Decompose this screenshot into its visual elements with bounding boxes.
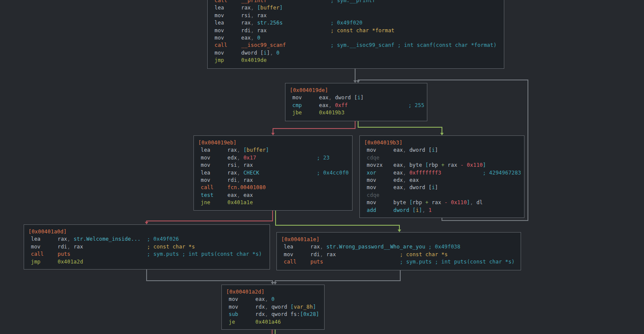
asm-instruction-line: call__printf; sym.__printf <box>208 0 504 4</box>
asm-instruction-line: movrdi, rax <box>194 177 352 184</box>
asm-comment: ; const char *s <box>147 243 195 251</box>
asm-instruction-line: callfcn.00401080 <box>194 184 352 191</box>
asm-instruction-line: movrdi, rax; const char *s <box>24 243 270 251</box>
asm-instruction-line: movrsi, rax <box>208 12 504 19</box>
asm-instruction-line: jne0x401a1e <box>194 199 352 206</box>
asm-instruction-line: call__isoc99_scanf; sym.__isoc99_scanf ;… <box>208 42 504 49</box>
asm-instruction-line: movzxeax, byte [rbp + rax - 0x110] <box>360 162 524 169</box>
edge-0x4019de-false-to-0x4019eb <box>273 121 355 133</box>
asm-comment: ; 0x49f020 <box>331 19 362 27</box>
edge-0x4019de-true-to-0x4019b3 <box>358 121 442 133</box>
basic-block-0x004019eb[interactable]: [0x004019eb]learax, [buffer]movedx, 0x17… <box>193 135 353 211</box>
asm-comment: ; sym.puts ; int puts(const char *s) <box>400 258 515 266</box>
asm-comment: ; sym.__isoc99_scanf ; int scanf(const c… <box>331 42 497 49</box>
block-address-header: [0x004019b3] <box>360 139 524 147</box>
asm-comment: ; sym.puts ; int puts(const char *s) <box>147 251 262 258</box>
asm-comment: ; const char *s <box>400 251 448 258</box>
edge-0x401a1e-to-0x401a2d <box>275 270 400 282</box>
asm-comment: ; 4294967283 <box>483 169 521 177</box>
asm-instruction-line: moveax, dword [i] <box>285 94 427 101</box>
basic-block-0x00401a1e[interactable]: [0x00401a1e]learax, str.Wrong_password__… <box>276 232 521 270</box>
asm-instruction-line: moveax, 0 <box>208 34 504 42</box>
block-address-header: [0x00401a2d] <box>222 288 324 296</box>
asm-instruction-line: callputs; sym.puts ; int puts(const char… <box>277 258 521 266</box>
basic-block-0x004019de[interactable]: [0x004019de]moveax, dword [i]cmpeax, 0xf… <box>285 83 427 121</box>
asm-instruction-line: jmp0x401a2d <box>24 258 270 266</box>
asm-instruction-line: learax, str.Welcome_inside...; 0x49f026 <box>24 236 270 243</box>
asm-instruction-line: learax, str.256s; 0x49f020 <box>208 19 504 27</box>
basic-block-entry[interactable]: call__printf; sym.__printflearax, [buffe… <box>207 0 504 69</box>
asm-instruction-line: jbe0x4019b3 <box>285 109 427 116</box>
asm-instruction-line: movrdi, rax; const char *s <box>277 251 521 258</box>
edge-0x4019eb-false-to-0x401a0d <box>147 211 273 222</box>
asm-instruction-line: cmpeax, 0xff; 255 <box>285 102 427 109</box>
block-address-header: [0x004019de] <box>285 87 427 94</box>
asm-instruction-line: jmp0x4019de <box>208 57 504 64</box>
asm-instruction-line: adddword [i], 1 <box>360 207 524 214</box>
asm-instruction-line: je0x401a46 <box>222 319 324 326</box>
asm-comment: ; const char *format <box>331 27 395 34</box>
block-address-header: [0x00401a0d] <box>24 228 270 236</box>
asm-instruction-line: testeax, eax <box>194 192 352 199</box>
edge-0x401a0d-to-0x401a2d <box>147 270 273 282</box>
asm-instruction-line: moveax, 0 <box>222 296 324 303</box>
asm-instruction-line: callputs; sym.puts ; int puts(const char… <box>24 251 270 258</box>
basic-block-0x004019b3[interactable]: [0x004019b3]moveax, dword [i]cdqemovzxea… <box>359 135 524 218</box>
asm-comment: ; 0x49f038 <box>429 244 460 250</box>
asm-instruction-line: movedx, 0x17; 23 <box>194 154 352 162</box>
disassembly-graph-canvas[interactable]: call__printf; sym.__printflearax, [buffe… <box>0 0 644 334</box>
asm-instruction-line: learax, [buffer] <box>194 147 352 154</box>
asm-instruction-line: cdqe <box>360 154 524 162</box>
asm-instruction-line: movrdx, qword [var_8h] <box>222 303 324 311</box>
asm-instruction-line: learax, CHECK; 0x4cc0f0 <box>194 169 352 177</box>
asm-instruction-line: subrdx, qword fs:[0x28] <box>222 311 324 318</box>
basic-block-0x00401a2d[interactable]: [0x00401a2d]moveax, 0movrdx, qword [var_… <box>221 285 325 330</box>
asm-comment: ; 0x49f026 <box>147 236 179 243</box>
asm-instruction-line: cdqe <box>360 192 524 199</box>
asm-instruction-line: moveax, dword [i] <box>360 147 524 154</box>
asm-instruction-line: movrsi, rax <box>194 162 352 169</box>
block-address-header: [0x00401a1e] <box>277 236 521 243</box>
asm-instruction-line: moveax, dword [i] <box>360 184 524 191</box>
asm-instruction-line: movbyte [rbp + rax - 0x110], dl <box>360 199 524 206</box>
asm-comment: ; 255 <box>408 102 424 109</box>
asm-comment: ; sym.__printf <box>331 0 375 4</box>
asm-instruction-line: movedx, eax <box>360 177 524 184</box>
asm-instruction-line: xoreax, 0xfffffff3; 4294967283 <box>360 169 524 177</box>
asm-comment: ; 23 <box>317 154 330 162</box>
asm-instruction-line: movrdi, rax; const char *format <box>208 27 504 34</box>
basic-block-0x00401a0d[interactable]: [0x00401a0d]learax, str.Welcome_inside..… <box>24 224 270 270</box>
block-address-header: [0x004019eb] <box>194 139 352 147</box>
asm-comment: ; 0x4cc0f0 <box>317 169 349 177</box>
asm-instruction-line: learax, str.Wrong_password__Who_are_you;… <box>277 243 521 251</box>
asm-instruction-line: learax, [buffer] <box>208 4 504 12</box>
asm-instruction-line: movdword [i], 0 <box>208 49 504 57</box>
